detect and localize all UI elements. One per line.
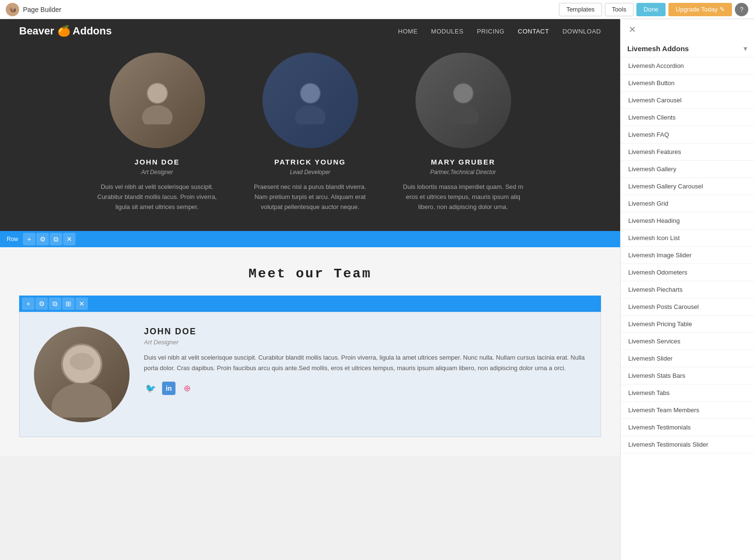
nav-pricing[interactable]: PRICING — [477, 27, 504, 35]
tools-button[interactable]: Tools — [605, 3, 634, 16]
patrick-avatar-image — [262, 53, 358, 148]
upgrade-icon: ✎ — [720, 6, 725, 13]
topbar-actions: Templates Tools Done Upgrade Today ✎ ? — [559, 3, 748, 16]
sidebar-item-20[interactable]: Livemesh Team Members — [621, 402, 754, 419]
row-add-button[interactable]: + — [23, 233, 35, 245]
meet-title: Meet our Team — [19, 266, 601, 281]
john-avatar-image — [109, 53, 205, 148]
card-info: JOHN DOE Art Designer Duis vel nibh at v… — [144, 327, 586, 395]
topbar: 🦦 Page Builder Templates Tools Done Upgr… — [0, 0, 754, 19]
mary-role: Partner,Technical Director — [401, 169, 525, 176]
sidebar-item-13[interactable]: Livemesh Piecharts — [621, 281, 754, 298]
app-title: Page Builder — [23, 6, 61, 13]
sidebar: ✕ Livemesh Addons ▾ Livemesh AccordionLi… — [620, 19, 754, 560]
svg-point-1 — [142, 105, 173, 124]
svg-point-2 — [148, 84, 167, 103]
nav-home[interactable]: HOME — [398, 27, 418, 35]
team-member-john: JOHN DOE Art Designer Duis vel nibh at v… — [95, 53, 219, 212]
svg-point-5 — [301, 84, 320, 103]
sidebar-item-0[interactable]: Livemesh Accordion — [621, 57, 754, 75]
patrick-avatar — [262, 53, 358, 148]
mary-desc: Duis lobortis massa imperdiet quam. Sed … — [401, 182, 525, 212]
mary-name: MARY GRUBER — [401, 158, 525, 166]
module-toolbar: + ⚙ ⧉ ⊞ ✕ — [19, 296, 601, 312]
sidebar-item-12[interactable]: Livemesh Odometers — [621, 264, 754, 281]
card-name: JOHN DOE — [144, 327, 586, 337]
templates-button[interactable]: Templates — [559, 3, 601, 16]
logo-addons-text: Addons — [73, 25, 112, 37]
nav-download[interactable]: DOWNLOAD — [562, 27, 601, 35]
twitter-icon[interactable]: 🐦 — [144, 382, 157, 395]
sidebar-item-14[interactable]: Livemesh Posts Carousel — [621, 298, 754, 316]
sidebar-item-11[interactable]: Livemesh Image Slider — [621, 247, 754, 264]
svg-point-10 — [52, 383, 112, 417]
sidebar-item-22[interactable]: Livemesh Testimonials Slider — [621, 436, 754, 453]
site-logo: Beaver 🍊 Addons — [19, 25, 112, 37]
john-avatar — [109, 53, 205, 148]
linkedin-icon[interactable]: in — [162, 382, 175, 395]
card-desc: Duis vel nibh at velit scelerisque susci… — [144, 352, 586, 373]
app-logo-icon: 🦦 — [6, 3, 19, 16]
patrick-desc: Praesent nec nisl a purus blandit viverr… — [248, 182, 372, 212]
help-button[interactable]: ? — [735, 3, 748, 16]
module-copy-button[interactable]: ⧉ — [49, 297, 61, 310]
module-settings-button[interactable]: ⚙ — [35, 297, 48, 310]
topbar-left: 🦦 Page Builder — [6, 3, 61, 16]
sidebar-close-button[interactable]: ✕ — [626, 24, 638, 35]
patrick-name: PATRICK YOUNG — [248, 158, 372, 166]
row-delete-button[interactable]: ✕ — [63, 233, 76, 245]
svg-point-4 — [295, 105, 326, 124]
upgrade-button[interactable]: Upgrade Today ✎ — [668, 3, 732, 16]
john-desc: Duis vel nibh at velit scelerisque susci… — [95, 182, 219, 212]
card-role: Art Designer — [144, 339, 586, 346]
row-toolbar: Row + ⚙ ⧉ ✕ — [0, 231, 620, 247]
module-layout-button[interactable]: ⊞ — [62, 297, 75, 310]
sidebar-item-7[interactable]: Livemesh Gallery Carousel — [621, 178, 754, 195]
sidebar-item-15[interactable]: Livemesh Pricing Table — [621, 316, 754, 333]
team-member-patrick: PATRICK YOUNG Lead Developer Praesent ne… — [248, 53, 372, 212]
john-name: JOHN DOE — [95, 158, 219, 166]
logo-dot: 🍊 — [57, 25, 73, 37]
sidebar-item-1[interactable]: Livemesh Button — [621, 75, 754, 92]
sidebar-header: Livemesh Addons ▾ — [621, 40, 754, 57]
site-nav-links: HOME MODULES PRICING CONTACT DOWNLOAD — [398, 27, 601, 35]
card-social: 🐦 in ⊕ — [144, 382, 586, 395]
module-delete-button[interactable]: ✕ — [76, 297, 88, 310]
sidebar-item-9[interactable]: Livemesh Heading — [621, 212, 754, 230]
sidebar-item-10[interactable]: Livemesh Icon List — [621, 230, 754, 247]
sidebar-item-17[interactable]: Livemesh Slider — [621, 350, 754, 367]
sidebar-item-8[interactable]: Livemesh Grid — [621, 195, 754, 212]
sidebar-item-3[interactable]: Livemesh Clients — [621, 109, 754, 126]
sidebar-item-21[interactable]: Livemesh Testimonials — [621, 419, 754, 436]
team-dark-section: JOHN DOE Art Designer Duis vel nibh at v… — [0, 43, 620, 231]
site-navigation: Beaver 🍊 Addons HOME MODULES PRICING CON… — [0, 19, 620, 43]
module-add-button[interactable]: + — [22, 297, 34, 310]
sidebar-item-18[interactable]: Livemesh Stats Bars — [621, 367, 754, 384]
sidebar-item-6[interactable]: Livemesh Gallery — [621, 161, 754, 178]
sidebar-item-16[interactable]: Livemesh Services — [621, 333, 754, 350]
meet-section: Meet our Team + ⚙ ⧉ ⊞ ✕ — [0, 247, 620, 456]
sidebar-close-area: ✕ — [621, 19, 754, 40]
dribbble-icon[interactable]: ⊕ — [180, 382, 194, 395]
john-role: Art Designer — [95, 169, 219, 176]
sidebar-item-4[interactable]: Livemesh FAQ — [621, 126, 754, 143]
mary-avatar — [415, 53, 511, 148]
chevron-down-icon[interactable]: ▾ — [743, 44, 747, 53]
svg-point-8 — [454, 84, 473, 103]
sidebar-item-2[interactable]: Livemesh Carousel — [621, 92, 754, 109]
sidebar-item-19[interactable]: Livemesh Tabs — [621, 384, 754, 402]
nav-modules[interactable]: MODULES — [431, 27, 464, 35]
row-settings-button[interactable]: ⚙ — [36, 233, 49, 245]
done-button[interactable]: Done — [636, 3, 666, 16]
card-avatar — [34, 327, 130, 422]
team-card: JOHN DOE Art Designer Duis vel nibh at v… — [19, 312, 601, 437]
canvas: Beaver 🍊 Addons HOME MODULES PRICING CON… — [0, 19, 620, 560]
row-copy-button[interactable]: ⧉ — [50, 233, 62, 245]
nav-contact[interactable]: CONTACT — [518, 27, 549, 35]
main-layout: Beaver 🍊 Addons HOME MODULES PRICING CON… — [0, 19, 754, 560]
sidebar-list: Livemesh AccordionLivemesh ButtonLivemes… — [621, 57, 754, 560]
row-label: Row — [3, 236, 22, 242]
sidebar-item-5[interactable]: Livemesh Features — [621, 143, 754, 161]
patrick-role: Lead Developer — [248, 169, 372, 176]
sidebar-header-title: Livemesh Addons — [627, 44, 689, 53]
